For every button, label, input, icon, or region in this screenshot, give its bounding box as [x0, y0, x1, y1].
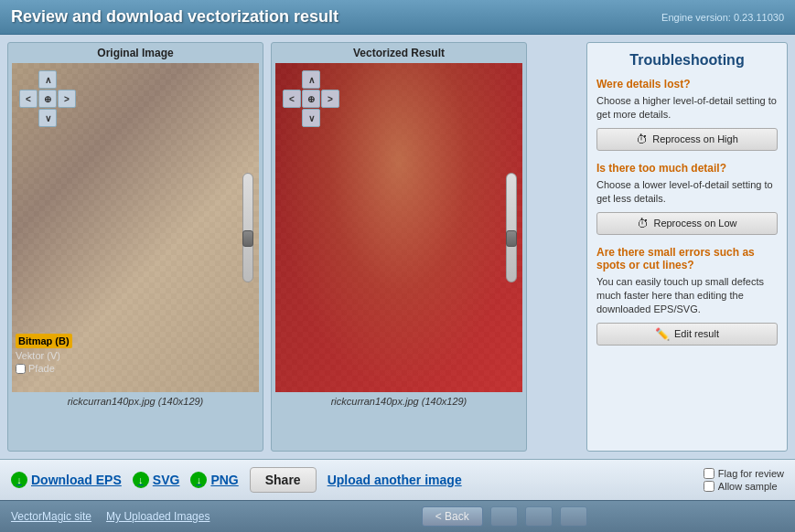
- nav-up-btn[interactable]: ∧: [38, 70, 57, 89]
- reprocess-low-label: Reprocess on Low: [653, 218, 736, 229]
- main-container: Review and download vectorization result…: [0, 0, 795, 532]
- download-png-label: PNG: [210, 473, 238, 487]
- download-svg-icon: ↓: [133, 472, 149, 488]
- vectorized-panel-title: Vectorized Result: [353, 47, 445, 59]
- nav-right-btn[interactable]: >: [58, 90, 76, 108]
- back-button[interactable]: < Back: [422, 506, 483, 527]
- image-panels: Original Image ∧ < ⊕ > ∨: [7, 42, 579, 452]
- upload-another-label: Upload another image: [328, 473, 462, 487]
- ts-desc-2: Choose a lower level-of-detail setting t…: [596, 178, 778, 207]
- nav-center-btn[interactable]: ⊕: [38, 90, 57, 108]
- flag-review-row: Flag for review: [704, 468, 784, 479]
- header: Review and download vectorization result…: [0, 0, 795, 35]
- original-vslider-thumb[interactable]: [242, 230, 253, 247]
- engine-version: Engine version: 0.23.11030: [661, 12, 784, 23]
- flag-review-label: Flag for review: [718, 468, 784, 479]
- paths-label: Pfade: [28, 363, 55, 374]
- edit-result-label: Edit result: [674, 328, 719, 339]
- download-svg-label: SVG: [153, 473, 180, 487]
- action-bar: ↓ Download EPS ↓ SVG ↓ PNG Share Upload …: [0, 459, 795, 500]
- flag-review-checkbox[interactable]: [704, 468, 714, 479]
- page-title: Review and download vectorization result: [11, 7, 338, 27]
- original-nav-controls: ∧ < ⊕ > ∨: [19, 70, 76, 127]
- vec-nav-down-btn[interactable]: ∨: [302, 109, 320, 127]
- vectorized-nav-controls: ∧ < ⊕ > ∨: [283, 70, 339, 127]
- bitmap-mode[interactable]: Bitmap (B): [16, 334, 72, 348]
- reprocess-low-icon: ⏱: [637, 217, 649, 230]
- original-filename: rickcurran140px.jpg (140x129): [68, 396, 204, 407]
- vectorized-image-container: ∧ < ⊕ > ∨: [275, 63, 522, 392]
- allow-sample-label: Allow sample: [718, 481, 778, 492]
- allow-sample-row: Allow sample: [704, 481, 784, 492]
- download-png-icon: ↓: [190, 472, 207, 488]
- ts-question-1: Were details lost?: [596, 78, 778, 90]
- paths-checkbox[interactable]: [16, 364, 26, 374]
- nav-down-btn[interactable]: ∨: [38, 109, 57, 127]
- download-eps-icon: ↓: [11, 472, 27, 488]
- back-label: < Back: [435, 510, 469, 523]
- footer-nav: VectorMagic site My Uploaded Images < Ba…: [0, 500, 795, 532]
- ts-desc-1: Choose a higher level-of-detail setting …: [596, 94, 778, 122]
- reprocess-high-button[interactable]: ⏱ Reprocess on High: [596, 128, 778, 151]
- ts-section-2: Is there too much detail? Choose a lower…: [596, 162, 778, 235]
- vec-nav-up-btn[interactable]: ∧: [302, 70, 320, 89]
- troubleshooting-panel: Troubleshooting Were details lost? Choos…: [586, 42, 788, 452]
- download-png-link[interactable]: ↓ PNG: [190, 472, 238, 488]
- download-eps-label: Download EPS: [31, 473, 122, 487]
- vector-mode[interactable]: Vektor (V): [16, 348, 72, 363]
- upload-another-link[interactable]: Upload another image: [328, 473, 462, 487]
- allow-sample-checkbox[interactable]: [704, 481, 714, 492]
- download-svg-link[interactable]: ↓ SVG: [133, 472, 180, 488]
- vectorized-vslider-thumb[interactable]: [506, 230, 517, 247]
- original-panel: Original Image ∧ < ⊕ > ∨: [7, 42, 263, 452]
- original-image-container: ∧ < ⊕ > ∨ Bitmap (B) Vektor (V): [12, 63, 259, 392]
- edit-result-icon: ✏️: [655, 327, 670, 341]
- ts-section-3: Are there small errors such as spots or …: [596, 246, 778, 346]
- vec-nav-left-btn[interactable]: <: [283, 90, 301, 108]
- reprocess-high-label: Reprocess on High: [652, 133, 738, 144]
- uploads-link[interactable]: My Uploaded Images: [106, 510, 209, 523]
- action-bar-right: Flag for review Allow sample: [704, 468, 784, 492]
- vectorized-panel: Vectorized Result ∧ < ⊕ > ∨: [271, 42, 527, 452]
- ts-title: Troubleshooting: [596, 52, 778, 69]
- edit-result-button[interactable]: ✏️ Edit result: [596, 323, 778, 346]
- ts-section-1: Were details lost? Choose a higher level…: [596, 78, 778, 151]
- ts-question-3: Are there small errors such as spots or …: [596, 246, 778, 271]
- content-area: Original Image ∧ < ⊕ > ∨: [0, 35, 795, 459]
- vectorized-vslider[interactable]: [506, 173, 517, 282]
- reprocess-high-icon: ⏱: [636, 133, 648, 146]
- ts-question-2: Is there too much detail?: [596, 162, 778, 175]
- reprocess-low-button[interactable]: ⏱ Reprocess on Low: [596, 212, 778, 235]
- ts-desc-3: You can easily touch up small defects mu…: [596, 275, 778, 317]
- original-panel-title: Original Image: [97, 47, 173, 59]
- download-eps-link[interactable]: ↓ Download EPS: [11, 472, 122, 488]
- nav-left-btn[interactable]: <: [19, 90, 38, 108]
- share-button[interactable]: Share: [250, 467, 317, 493]
- vec-nav-center-btn[interactable]: ⊕: [302, 90, 320, 108]
- share-label: Share: [265, 473, 301, 487]
- paths-checkbox-row: Pfade: [16, 363, 72, 374]
- vec-nav-right-btn[interactable]: >: [321, 90, 339, 108]
- footer-center: < Back: [422, 506, 587, 527]
- vectorized-filename: rickcurran140px.jpg (140x129): [331, 396, 467, 407]
- site-link[interactable]: VectorMagic site: [11, 510, 91, 523]
- footer-btn2[interactable]: [490, 506, 518, 527]
- mode-overlay: Bitmap (B) Vektor (V) Pfade: [16, 334, 72, 374]
- original-vslider[interactable]: [242, 173, 253, 282]
- footer-btn4[interactable]: [560, 506, 587, 527]
- footer-btn3[interactable]: [525, 506, 553, 527]
